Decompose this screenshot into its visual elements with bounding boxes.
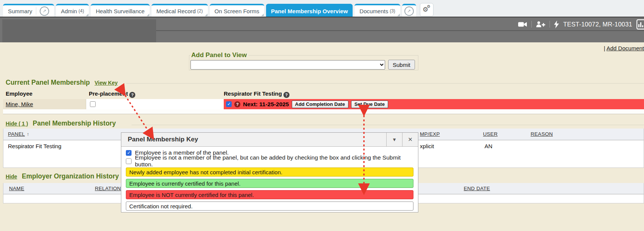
add-panel-legend: Add Panel to View [190,51,248,59]
submit-button[interactable]: Submit [388,60,415,70]
help-icon[interactable] [129,92,135,98]
add-document-row: | Add Document [604,45,644,51]
open-in-new-icon [404,6,414,16]
video-camera-icon[interactable] [518,21,527,28]
section-rule [126,83,644,84]
key-item-not-member: Employee is not a member of the panel, b… [126,157,413,165]
add-document-link[interactable]: Add Document [607,45,644,51]
preplacement-checkbox[interactable] [90,101,96,107]
view-key-link[interactable]: View Key [94,80,118,86]
panel-select[interactable] [190,60,385,70]
tab-documents-label: Documents [359,8,388,14]
add-person-icon[interactable] [536,21,545,28]
tab-admin[interactable]: Admin (4) [56,4,89,17]
tab-health-surveillance-label: Health Surveillance [96,8,144,14]
col-respirator: Respirator Fit Testing [224,90,289,98]
employer-heading-row: Hide Employer Organization History [6,172,119,180]
dropdown-fold-icon [261,14,264,16]
preplacement-cell [86,99,224,109]
section-rule [132,125,644,125]
current-panel-title: Current Panel Membership [6,79,90,86]
not-member-checkbox-icon [126,158,132,164]
gear-icon [427,4,430,9]
member-checkbox-icon [126,150,132,156]
dialog-body: Employee is a member of the panel. Emplo… [126,149,413,211]
dropdown-fold-icon [397,14,400,16]
dialog-title: Panel Membership Key [128,136,386,143]
key-bar-white: Certification not required. [126,202,413,211]
key-bar-red: Employee is NOT currently certified for … [126,190,413,199]
key-item-text: Employee is not a member of the panel, b… [135,154,413,168]
toolbar-separator [550,21,550,28]
history-heading-row: Hide ( 1 ) Panel Membership History [6,119,116,127]
employer-col-name[interactable]: NAME [9,186,24,191]
history-row-mp-exp: xplicit [420,143,434,149]
tab-admin-label: Admin [61,8,77,14]
patient-band-toolbar: TEST-10072, MR-10031 [518,18,644,30]
dropdown-fold-icon [205,14,207,16]
history-col-reason[interactable]: REASON [531,131,553,137]
dropdown-fold-icon [147,14,149,16]
sort-ascending-icon [27,131,29,137]
tab-medical-record-count: (2) [197,8,203,14]
employer-title: Employer Organization History [22,172,119,180]
lightning-bolt-icon[interactable] [554,20,559,28]
settings-gear-button[interactable] [420,3,433,17]
add-completion-date-button[interactable]: Add Completion Date [292,101,348,108]
dropdown-fold-icon [86,14,88,16]
respirator-checkbox[interactable] [226,101,232,107]
history-row-panel: Respirator Fit Testing [8,143,61,149]
tab-on-screen-forms-label: On Screen Forms [215,8,259,14]
employer-col-end-date[interactable]: END DATE [464,186,490,191]
tab-open-in-new[interactable] [402,4,416,17]
current-panel-heading-row: Current Panel Membership View Key [6,79,118,87]
current-panel-row: Mine, Mike Next: 11-25-2025 Add Completi… [3,99,644,109]
patient-identifier: TEST-10072, MR-10031 [563,21,632,28]
tab-panel-membership-overview[interactable]: Panel Membership Overview [266,4,353,17]
tab-health-surveillance[interactable]: Health Surveillance [91,4,149,17]
dialog-close-button[interactable] [402,133,418,146]
current-panel-footer-strip [3,109,644,114]
history-title: Panel Membership History [33,119,116,127]
set-due-date-button[interactable]: Set Due Date [351,101,388,108]
tab-documents-count: (3) [390,8,395,14]
link-separator: | [604,45,605,51]
bar-chart-icon[interactable] [636,19,644,29]
add-panel-to-view-section: Add Panel to View Submit [189,51,418,70]
panel-membership-key-dialog: Panel Membership Key Employee is a membe… [121,132,418,212]
employer-hide-link[interactable]: Hide [6,174,17,180]
employee-cell: Mine, Mike [3,99,86,109]
help-icon[interactable] [283,92,289,98]
history-col-panel[interactable]: PANEL [8,131,29,137]
history-hide-link[interactable]: Hide ( 1 ) [6,121,28,127]
tab-bar: Summary Admin (4) Health Surveillance Me… [0,0,644,17]
employee-link[interactable]: Mine, Mike [6,101,33,107]
band-divider [156,30,644,31]
tab-summary[interactable]: Summary [3,4,54,17]
patient-band-left-block [2,19,156,42]
history-col-mp-exp[interactable]: MP/EXP [420,131,440,137]
toolbar-separator [531,21,532,28]
history-row-user: AN [485,143,492,149]
open-in-new-icon[interactable] [40,6,49,16]
tab-summary-label: Summary [8,8,32,14]
tab-medical-record-label: Medical Record [156,8,196,14]
key-bar-yellow: Newly added employee has not completed i… [126,167,413,177]
tab-documents[interactable]: Documents (3) [355,4,400,17]
history-col-user[interactable]: USER [483,131,498,137]
col-employee: Employee [6,90,33,97]
col-preplacement: Pre-placement [89,90,135,98]
respirator-status-cell: Next: 11-25-2025 Add Completion Date Set… [224,99,644,109]
dialog-title-bar[interactable]: Panel Membership Key [121,133,418,147]
status-help-icon[interactable] [234,101,240,107]
key-bar-green: Employee is currently certified for this… [126,179,413,188]
tab-medical-record[interactable]: Medical Record (2) [152,4,208,17]
current-panel-header-row: Employee Pre-placement Respirator Fit Te… [3,89,644,99]
patient-header-band: TEST-10072, MR-10031 [0,17,644,42]
tab-divider [36,7,36,15]
tab-on-screen-forms[interactable]: On Screen Forms [210,4,264,17]
tab-panel-membership-overview-label: Panel Membership Overview [271,8,348,14]
next-due-label: Next: 11-25-2025 [243,101,289,108]
panel-membership-overview-page: Summary Admin (4) Health Surveillance Me… [0,0,644,231]
dialog-collapse-button[interactable] [386,133,402,146]
